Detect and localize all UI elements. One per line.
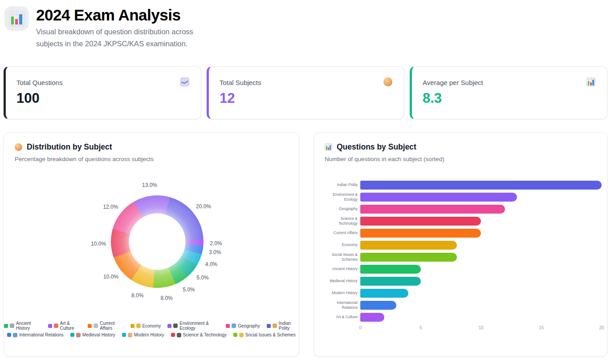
donut-slice-label-science-technology: 10.0% [91, 241, 106, 247]
bar-track [360, 265, 602, 274]
donut-slice-label-ancient-history: 5.0% [183, 287, 195, 293]
bar-chart-icon [325, 143, 332, 151]
bar-rows: Indian Polity Environment & Ecology Geog… [325, 179, 602, 323]
legend-item-economy[interactable]: Economy [130, 321, 161, 331]
legend-label: Economy [143, 324, 161, 328]
legend-item-ancient-history[interactable]: Ancient History [4, 321, 41, 331]
legend-item-indian-polity[interactable]: Indian Polity [267, 321, 299, 331]
bar-category-label: Environment & Ecology [325, 192, 358, 202]
bar-medieval-history[interactable] [360, 277, 421, 286]
legend-label: Modern History [134, 332, 164, 337]
herb-icon [173, 324, 178, 328]
donut-chart: 20.0%2.0%3.0%4.0%5.0%5.0%8.0%8.0%10.0%10… [4, 162, 299, 319]
bar-chart-subtitle: Number of questions in each subject (sor… [325, 156, 596, 162]
legend-item-current-affairs[interactable]: Current Affairs [88, 321, 123, 331]
bar-chart-icon [9, 11, 24, 26]
bar-card-header: Questions by Subject Number of questions… [314, 142, 607, 162]
bar-chart: Indian Polity Environment & Ecology Geog… [325, 179, 602, 332]
bar-row-environment-ecology: Environment & Ecology [325, 191, 602, 203]
legend-row: International Relations Medieval History… [7, 332, 295, 337]
legend-swatch [48, 324, 52, 328]
legend-swatch [7, 333, 11, 337]
bar-track [360, 289, 602, 298]
bar-social-issues-schemes[interactable] [360, 253, 457, 262]
donut-slice-label-economy: 8.0% [131, 292, 143, 299]
legend-item-geography[interactable]: Geography [226, 321, 260, 331]
pie-icon [383, 77, 392, 86]
bar-track [360, 193, 602, 202]
bar-current-affairs[interactable] [360, 229, 481, 238]
classical-building-icon [10, 324, 14, 328]
legend-item-environment-ecology[interactable]: Environment & Ecology [167, 321, 219, 331]
x-axis-tick: 20 [599, 325, 604, 330]
bar-row-art-culture: Art & Culture [325, 311, 602, 323]
stat-value: 12 [220, 90, 393, 106]
donut-slice-label-social-issues-schemes: 8.0% [160, 295, 172, 301]
bar-chart-title: Questions by Subject [337, 142, 416, 152]
legend-item-medieval-history[interactable]: Medieval History [70, 332, 115, 337]
page-title: 2024 Exam Analysis [36, 5, 204, 25]
legend-item-science-technology[interactable]: Science & Technology [171, 332, 227, 337]
legend-swatch [70, 333, 74, 337]
page-subtitle: Visual breakdown of question distributio… [36, 26, 204, 50]
legend-item-international-relations[interactable]: International Relations [7, 332, 64, 337]
legend-item-social-issues-schemes[interactable]: Social Issues & Schemes [233, 332, 296, 337]
bar-row-modern-history: Modern History [325, 287, 602, 299]
legend-label: Medieval History [82, 332, 115, 337]
legend-swatch [233, 333, 237, 337]
handshake-icon [239, 333, 244, 337]
donut-slice-label-international-relations: 3.0% [209, 249, 221, 255]
stats-row: Total Questions 100 Total Subjects 12 Av… [4, 66, 607, 119]
bar-row-economy: Economy [325, 239, 602, 251]
bar-track [360, 313, 602, 322]
legend-item-modern-history[interactable]: Modern History [122, 332, 164, 337]
bar-category-label: Indian Polity [325, 182, 358, 187]
bar-modern-history[interactable] [360, 289, 408, 298]
legend-label: Art & Culture [60, 321, 81, 331]
bar-geography[interactable] [360, 205, 505, 214]
legend-label: International Relations [19, 332, 64, 337]
bar-category-label: Current Affairs [325, 231, 358, 235]
bar-environment-ecology[interactable] [360, 193, 517, 202]
charts-row: Distribution by Subject Percentage break… [4, 132, 607, 357]
bar-track [360, 205, 602, 214]
bar-indian-polity[interactable] [360, 181, 602, 190]
legend-swatch [167, 324, 171, 328]
donut-ring[interactable] [111, 195, 204, 288]
bar-track [360, 217, 602, 226]
bar-economy[interactable] [360, 241, 457, 250]
bar-international-relations[interactable] [360, 301, 396, 310]
stat-card-average-per-subject: Average per Subject 8.3 [410, 66, 607, 119]
stat-card-total-subjects: Total Subjects 12 [207, 66, 404, 119]
globe-icon [13, 333, 17, 337]
legend-swatch [267, 324, 271, 328]
legend-label: Indian Polity [279, 321, 299, 331]
distribution-by-subject-card: Distribution by Subject Percentage break… [4, 132, 299, 357]
legend-label: Science & Technology [183, 332, 227, 337]
legend-swatch [130, 324, 134, 328]
x-axis-tick: 10 [478, 325, 483, 330]
legend-item-art-culture[interactable]: Art & Culture [48, 321, 81, 331]
bar-category-label: Science & Technology [325, 216, 358, 226]
x-axis: 05101520 [360, 325, 602, 332]
stat-card-total-questions: Total Questions 100 [4, 66, 201, 119]
stat-value: 100 [16, 90, 190, 106]
donut-slice-label-modern-history: 4.0% [205, 261, 217, 267]
legend-row: Ancient History Art & Culture Current Af… [4, 321, 299, 331]
bar-track [360, 277, 602, 286]
bar-row-medieval-history: Medieval History [325, 275, 602, 287]
scroll-icon [128, 333, 132, 337]
bar-science-technology[interactable] [360, 217, 481, 226]
bar-row-current-affairs: Current Affairs [325, 227, 602, 239]
bar-row-geography: Geography [325, 203, 602, 215]
microscope-icon [177, 333, 181, 337]
bar-category-label: International Relations [325, 300, 358, 310]
donut-slice-label-indian-polity: 20.0% [196, 203, 211, 210]
bar-category-label: Art & Culture [325, 315, 358, 320]
legend-label: Current Affairs [100, 321, 123, 331]
bar-track [360, 229, 602, 238]
legend-label: Ancient History [16, 321, 41, 331]
bar-ancient-history[interactable] [360, 265, 421, 274]
bar-art-culture[interactable] [360, 313, 384, 322]
pie-icon [15, 143, 22, 151]
